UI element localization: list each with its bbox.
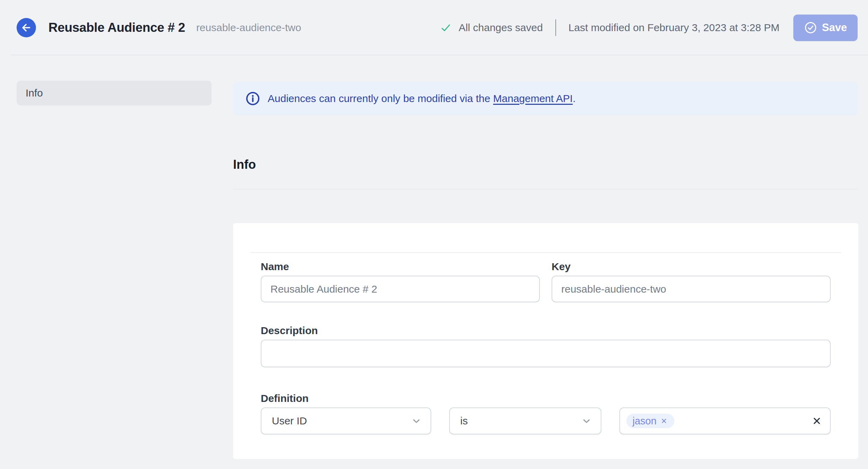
name-input[interactable] xyxy=(261,276,540,302)
chevron-down-icon xyxy=(410,415,422,427)
description-label: Description xyxy=(261,324,831,338)
remove-tag-icon[interactable] xyxy=(660,417,668,425)
save-status: All changes saved xyxy=(440,22,543,34)
banner-message: Audiences can currently only be modified… xyxy=(268,93,576,104)
property-select[interactable]: User ID xyxy=(261,407,431,434)
header-divider xyxy=(555,19,556,36)
info-icon xyxy=(246,91,260,106)
banner-suffix: . xyxy=(573,93,575,104)
management-api-link[interactable]: Management API xyxy=(493,93,573,104)
info-banner: Audiences can currently only be modified… xyxy=(233,82,858,115)
check-icon xyxy=(440,22,452,34)
circle-check-icon xyxy=(804,21,817,34)
save-button-label: Save xyxy=(822,21,847,34)
value-chip: jason xyxy=(626,414,674,428)
x-icon xyxy=(811,415,822,426)
description-textarea[interactable] xyxy=(261,340,831,367)
name-field: Name xyxy=(261,260,540,302)
property-select-value: User ID xyxy=(272,415,307,427)
sidebar-item-label: Info xyxy=(26,87,43,99)
key-field: Key xyxy=(552,260,831,302)
main-panel: Audiences can currently only be modified… xyxy=(233,55,858,459)
content-area: Info Audiences can currently only be mod… xyxy=(0,55,868,459)
arrow-left-icon xyxy=(20,22,32,34)
page-title: Reusable Audience # 2 xyxy=(48,20,185,35)
sidebar: Info xyxy=(0,55,233,459)
name-label: Name xyxy=(261,260,540,274)
form-card: Name Key Description Definition xyxy=(233,223,858,459)
definition-label: Definition xyxy=(261,392,831,405)
save-status-text: All changes saved xyxy=(459,22,543,34)
operator-select[interactable]: is xyxy=(449,407,601,434)
key-label: Key xyxy=(552,260,831,274)
definition-field: Definition User ID is xyxy=(261,392,831,434)
page-header: Reusable Audience # 2 reusable-audience-… xyxy=(0,0,868,55)
back-button[interactable] xyxy=(17,18,36,37)
sidebar-item-info[interactable]: Info xyxy=(17,81,212,105)
values-input[interactable]: jason xyxy=(619,407,831,434)
description-field: Description xyxy=(261,324,831,369)
section-divider xyxy=(233,189,858,190)
banner-text: Audiences can currently only be modified… xyxy=(268,93,493,104)
last-modified-text: Last modified on February 3, 2023 at 3:2… xyxy=(569,22,779,34)
value-chip-label: jason xyxy=(632,415,656,427)
operator-select-value: is xyxy=(460,415,468,427)
page-slug: reusable-audience-two xyxy=(196,22,301,34)
clear-values-button[interactable] xyxy=(811,415,822,426)
chevron-down-icon xyxy=(581,415,592,427)
card-top-divider xyxy=(250,252,841,253)
key-input[interactable] xyxy=(552,276,831,302)
header-actions: All changes saved Last modified on Febru… xyxy=(440,15,858,41)
save-button[interactable]: Save xyxy=(793,15,858,41)
section-title: Info xyxy=(233,157,858,172)
